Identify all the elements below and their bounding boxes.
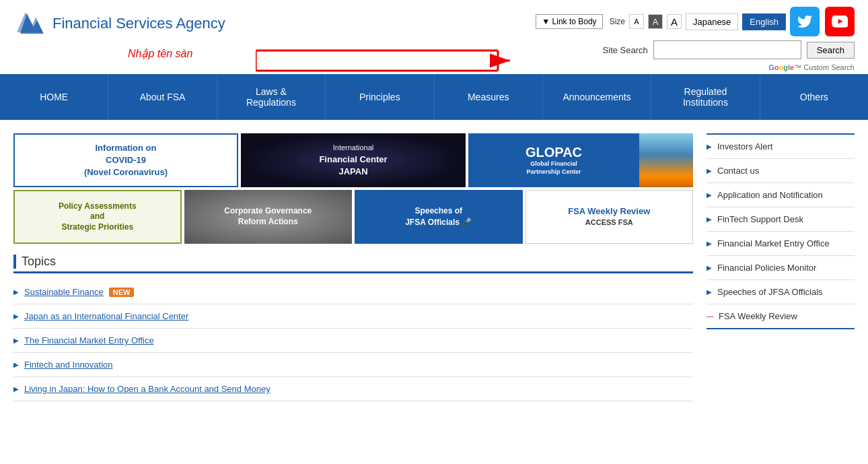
size-large-btn[interactable]: A	[667, 14, 682, 29]
lang-japanese-btn[interactable]: Japanese	[686, 13, 738, 30]
twitter-icon	[797, 13, 813, 30]
glopac-sub: Global FinancialPartnership Center	[526, 160, 581, 176]
youtube-icon	[832, 15, 848, 28]
banner-glopac[interactable]: GLOPAC Global FinancialPartnership Cente…	[468, 133, 693, 187]
banner-policy[interactable]: Policy Assessments and Strategic Priorit…	[13, 190, 182, 244]
sidebar-item-6[interactable]: ▶ Speeches of JFSA Officials	[707, 280, 855, 304]
twitter-btn[interactable]	[790, 7, 820, 36]
banner-row2: Policy Assessments and Strategic Priorit…	[13, 190, 693, 244]
banner-intl[interactable]: International Financial Center JAPAN	[241, 133, 466, 187]
sidebar-link-4: Financial Market Entry Office	[717, 238, 830, 248]
content-left: Information on COVID-19 (Novel Coronavir…	[13, 133, 693, 401]
speeches-line2: JFSA Officials 🎤	[405, 217, 472, 228]
bullet-icon: ▶	[13, 288, 19, 296]
speeches-line1: Speeches of	[405, 205, 472, 217]
banner-covid[interactable]: Information on COVID-19 (Novel Coronavir…	[13, 133, 238, 187]
intl-line3: JAPAN	[319, 166, 387, 178]
intl-line1: International	[319, 143, 387, 153]
nav-about[interactable]: About FSA	[108, 74, 217, 120]
nav-regulated[interactable]: Regulated Institutions	[651, 74, 760, 120]
svg-rect-3	[256, 51, 498, 71]
sidebar-link-1: Contact us	[717, 166, 759, 176]
sidebar-arrow-icon: ▶	[707, 167, 712, 174]
sidebar-item-2[interactable]: ▶ Application and Notification	[707, 183, 855, 207]
new-badge-0: NEW	[109, 288, 135, 297]
bullet-icon: ▶	[13, 337, 19, 344]
header: Financial Services Agency ▼ Link to Body…	[0, 0, 868, 47]
topic-item-3: ▶ Fintech and Innovation	[13, 353, 693, 377]
nav-home[interactable]: HOME	[0, 74, 108, 120]
size-label: Size	[610, 17, 625, 26]
red-annotation-text: Nhập tên sàn	[128, 47, 192, 60]
policy-line3: Strategic Priorities	[59, 222, 137, 233]
corp-line1: Corporate Governance	[224, 206, 312, 217]
top-controls: ▼ Link to Body Size A A A Japanese Engli…	[536, 7, 855, 36]
sidebar-item-0[interactable]: ▶ Investors Alert	[707, 133, 855, 159]
nav-laws[interactable]: Laws & Regulations	[217, 74, 326, 120]
sidebar-link-7: FSA Weekly Review	[719, 311, 797, 321]
logo-text: Financial Services Agency	[52, 15, 225, 32]
covid-line2: COVID-19	[84, 154, 168, 166]
topic-link-2[interactable]: The Financial Market Entry Office	[24, 335, 154, 345]
topic-link-1[interactable]: Japan as an International Financial Cent…	[24, 311, 188, 321]
policy-line2: and	[59, 211, 137, 222]
sidebar-arrow-icon: ▶	[707, 264, 712, 271]
weekly-line2: ACCESS FSA	[568, 218, 650, 227]
sidebar-arrow-icon: ▶	[707, 288, 712, 296]
sidebar-item-1[interactable]: ▶ Contact us	[707, 159, 855, 183]
size-small-btn[interactable]: A	[629, 14, 644, 29]
topics-title: Topics	[13, 255, 56, 269]
banner-weekly[interactable]: FSA Weekly Review ACCESS FSA	[526, 190, 694, 244]
link-to-body-btn[interactable]: ▼ Link to Body	[536, 14, 602, 29]
sidebar-item-4[interactable]: ▶ Financial Market Entry Office	[707, 232, 855, 256]
glopac-title: GLOPAC	[526, 145, 582, 160]
social-icons	[790, 7, 855, 36]
topic-link-4[interactable]: Living in Japan: How to Open a Bank Acco…	[24, 384, 270, 394]
corp-line2: Reform Actions	[224, 217, 312, 228]
nav-measures[interactable]: Measures	[435, 74, 543, 120]
intl-line2: Financial Center	[319, 154, 387, 166]
bullet-icon: ▶	[13, 361, 19, 368]
banner-speeches[interactable]: Speeches of JFSA Officials 🎤	[355, 190, 523, 244]
nav-announcements[interactable]: Announcements	[543, 74, 651, 120]
sidebar-arrow-icon: —	[707, 312, 713, 320]
nav-others[interactable]: Others	[760, 74, 868, 120]
sidebar-arrow-icon: ▶	[707, 143, 712, 150]
lang-english-btn[interactable]: English	[742, 13, 786, 30]
youtube-btn[interactable]	[825, 7, 855, 36]
sidebar-link-0: Investors Alert	[717, 141, 772, 152]
sidebar-arrow-icon: ▶	[707, 216, 712, 223]
sidebar-item-5[interactable]: ▶ Financial Policies Monitor	[707, 256, 855, 280]
size-medium-btn[interactable]: A	[648, 14, 663, 29]
logo-area: Financial Services Agency	[13, 7, 225, 40]
sidebar-link-6: Speeches of JFSA Officials	[717, 287, 823, 297]
main-nav: HOME About FSA Laws & Regulations Princi…	[0, 74, 868, 120]
sidebar-arrow-icon: ▶	[707, 240, 712, 247]
bullet-icon: ▶	[13, 385, 19, 393]
banner-row1: Information on COVID-19 (Novel Coronavir…	[13, 133, 693, 187]
weekly-line1: FSA Weekly Review	[568, 206, 650, 218]
nav-principles[interactable]: Principles	[326, 74, 434, 120]
main-content: Information on COVID-19 (Novel Coronavir…	[0, 120, 868, 415]
bullet-icon: ▶	[13, 312, 19, 320]
covid-line3: (Novel Coronavirus)	[84, 166, 168, 178]
sidebar-item-7[interactable]: — FSA Weekly Review	[707, 304, 855, 329]
sidebar-link-2: Application and Notification	[717, 190, 823, 200]
topic-item-0: ▶ Sustainable Finance NEW	[13, 280, 693, 304]
topics-list: ▶ Sustainable Finance NEW ▶ Japan as an …	[13, 280, 693, 401]
topic-item-1: ▶ Japan as an International Financial Ce…	[13, 304, 693, 329]
content-right: ▶ Investors Alert ▶ Contact us ▶ Applica…	[707, 133, 855, 401]
sidebar-item-3[interactable]: ▶ FinTech Support Desk	[707, 207, 855, 232]
policy-line1: Policy Assessments	[59, 201, 137, 212]
glopac-image	[639, 133, 693, 187]
sidebar-link-3: FinTech Support Desk	[717, 214, 803, 224]
arrow-annotation	[256, 44, 511, 77]
topic-link-3[interactable]: Fintech and Innovation	[24, 360, 113, 370]
topic-link-0[interactable]: Sustainable Finance	[24, 287, 104, 297]
banner-corp[interactable]: Corporate Governance Reform Actions	[184, 190, 353, 244]
topics-section: Topics ▶ Sustainable Finance NEW ▶ Japan…	[13, 255, 693, 401]
fsa-logo-icon	[13, 7, 47, 40]
covid-line1: Information on	[84, 142, 168, 154]
topics-header: Topics	[13, 255, 693, 273]
topic-item-2: ▶ The Financial Market Entry Office	[13, 329, 693, 353]
